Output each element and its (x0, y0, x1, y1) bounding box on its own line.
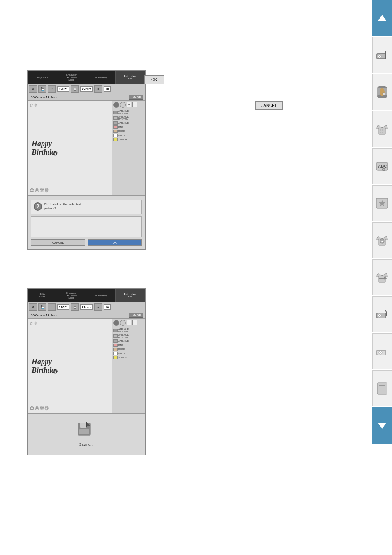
sidebar-tab-abc-embroidery[interactable]: ABC (372, 148, 392, 184)
design-decorations-2: ✿❀✾❁ (30, 405, 49, 411)
color-item-applique-position: APPLIQUEPOSITION (113, 116, 144, 121)
sidebar-tab-star-card[interactable] (372, 185, 392, 221)
color-swatch-applique-position (113, 116, 118, 120)
color-list-2: + - APPLIQUEMATERIAL APPLIQUEPOSITION AP… (112, 319, 145, 413)
color-item2-pink: PINK (113, 344, 144, 347)
delete-dialog: ? OK to delete the selectedpattern? CANC… (28, 195, 145, 249)
dialog-question-icon: ? (34, 202, 42, 211)
image-button-1[interactable]: IMAGE (129, 95, 143, 100)
color-swatch2-applique (113, 339, 118, 343)
toolbar2-icon-count[interactable]: ≡ (94, 303, 102, 311)
color-swatch-beige (113, 130, 118, 133)
color-minus-btn-2[interactable]: - (132, 320, 137, 325)
toolbar2-number: 12021 (57, 304, 69, 310)
main-ok-button[interactable]: OK (144, 75, 164, 84)
color-circle-3[interactable] (113, 320, 119, 326)
sidebar-tab-sewing-advanced[interactable] (372, 296, 392, 332)
sidebar-tab-bottom-blue[interactable] (372, 407, 392, 444)
sidebar-tab-shirt-cut[interactable] (372, 259, 392, 295)
toolbar-icon-size[interactable]: 🔲 (71, 85, 79, 93)
toolbar-number: 12021 (57, 86, 69, 92)
tab-character-decorative[interactable]: CharacterDecorativeStitch (57, 71, 87, 84)
color-plus-btn[interactable]: + (127, 102, 131, 107)
dialog-content: ? OK to delete the selectedpattern? (31, 200, 142, 214)
color-item-beige: BEIGE (113, 130, 144, 133)
embroidery-canvas-1: ✿ ✾ Happy Birthday ✿❀✾❁ (28, 101, 112, 195)
size-bar-2: ↕10.0cm ↔13.9cm IMAGE (28, 312, 145, 319)
svg-rect-2 (79, 429, 89, 434)
color-swatch-white (113, 134, 118, 137)
saving-panel: Saving... (28, 413, 145, 455)
svg-text:✦: ✦ (381, 240, 383, 243)
saving-icon (76, 421, 97, 440)
main-cancel-button[interactable]: CANCEL (255, 101, 283, 110)
size-bar-1: ↕10.0cm ↔13.9cm IMAGE (28, 94, 145, 101)
color-swatch2-beige (113, 348, 118, 351)
tab-embroidery[interactable]: Embroidery (86, 71, 116, 84)
sidebar-tab-shirt-embroidery[interactable]: ✦ (372, 222, 392, 258)
tab2-embroidery[interactable]: Embroidery (86, 289, 116, 302)
sidebar-tab-document[interactable] (372, 370, 392, 406)
color-item-white: WHITE (113, 134, 144, 137)
tab-embroidery-edit[interactable]: EmbroideryEdit (116, 71, 145, 84)
toolbar-icon-save[interactable]: 💾 (38, 85, 46, 93)
toolbar-icon-settings[interactable]: ⚙ (29, 85, 37, 93)
dialog-cancel-button[interactable]: CANCEL (31, 239, 85, 246)
ok-button-area: OK (144, 75, 164, 84)
svg-point-31 (379, 315, 380, 316)
saving-text: Saving... (79, 442, 93, 448)
toolbar2-icon-save[interactable]: 💾 (38, 303, 46, 311)
design-text-birthday-2: Birthday (32, 366, 58, 375)
color-item2-applique-material: APPLIQUEMATERIAL (113, 328, 144, 333)
color-plus-btn-2[interactable]: + (127, 320, 131, 325)
toolbar-icon-stitch[interactable]: 〰 (48, 85, 56, 93)
color-item-applique: APPLIQUE (113, 121, 144, 125)
size-display-2: ↕10.0cm ↔13.9cm (29, 313, 57, 317)
color-swatch-applique-material (113, 111, 118, 114)
color-circle-1[interactable] (113, 102, 119, 108)
sidebar-tab-sewing-machine[interactable] (372, 37, 392, 73)
color-item2-yellow: YELLOW (113, 356, 144, 359)
dialog-ok-button[interactable]: OK (88, 239, 142, 246)
color-swatch2-yellow (113, 356, 118, 359)
tab2-embroidery-edit[interactable]: EmbroideryEdit (116, 289, 145, 302)
toolbar-size-mm: 27mm (80, 86, 93, 92)
color-circle-2[interactable] (120, 102, 126, 108)
svg-text:ABC: ABC (378, 164, 387, 169)
color-minus-btn[interactable]: - (132, 102, 137, 107)
color-circle-4[interactable] (120, 320, 126, 326)
right-sidebar: ABC ✦ (372, 0, 392, 555)
tab2-utility-stitch[interactable]: UtilityStitch (28, 289, 57, 302)
svg-marker-5 (378, 15, 386, 21)
sidebar-tab-shirt-dots[interactable] (372, 111, 392, 147)
toolbar-icon-count[interactable]: ≡ (94, 85, 102, 93)
color-item2-beige: BEIGE (113, 348, 144, 351)
screen-panel-1: Utility Stitch CharacterDecorativeStitch… (27, 70, 146, 250)
screen-panel-2: UtilityStitch CharacterDecorativeStitch … (27, 288, 146, 455)
sidebar-tab-top-blue[interactable] (372, 0, 392, 36)
dialog-empty-area (31, 216, 142, 237)
color-swatch-yellow (113, 138, 118, 141)
image-button-2[interactable]: IMAGE (129, 313, 143, 318)
dialog-text: OK to delete the selectedpattern? (44, 202, 81, 211)
embroidery-canvas-2: ✿ ✾ Happy Birthday ✿❀✾❁ (28, 319, 112, 413)
toolbar2-icon-stitch[interactable]: 〰 (48, 303, 56, 311)
screen-body-2: ✿ ✾ Happy Birthday ✿❀✾❁ + - APPLIQUEMATE… (28, 319, 145, 413)
tab2-character-decorative[interactable]: CharacterDecorativeStitch (57, 289, 87, 302)
sidebar-tab-sewing-basic[interactable] (372, 333, 392, 369)
screen-toolbar-2: ⚙ 💾 〰 12021 🔲 27mm ≡ 10 (28, 302, 145, 312)
toolbar2-icon-settings[interactable]: ⚙ (29, 303, 37, 311)
toolbar-count: 10 (104, 86, 111, 92)
color-item2-applique: APPLIQUE (113, 339, 144, 343)
tab-utility-stitch[interactable]: Utility Stitch (28, 71, 57, 84)
svg-point-9 (379, 56, 380, 57)
color-item-pink: PINK (113, 125, 144, 129)
size-display-1: ↕10.0cm ↔13.9cm (29, 95, 57, 99)
design-decorations-1: ✿❀✾❁ (30, 187, 49, 193)
toolbar2-icon-size[interactable]: 🔲 (71, 303, 79, 311)
canvas-design-1: Happy Birthday (32, 105, 108, 191)
color-swatch2-applique-position (113, 334, 118, 338)
sidebar-tab-thread-spool[interactable] (372, 74, 392, 110)
color-swatch2-white (113, 352, 118, 355)
svg-rect-1 (80, 423, 86, 428)
